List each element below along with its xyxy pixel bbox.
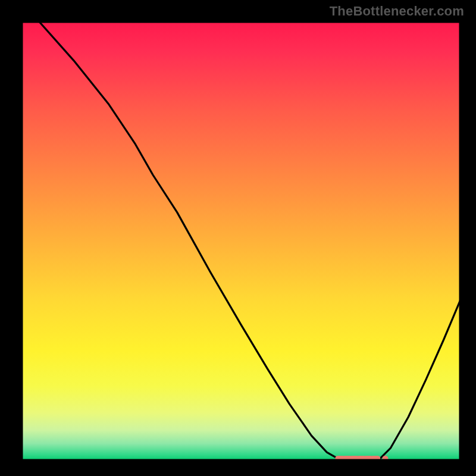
gradient-background [21, 21, 461, 461]
bottleneck-chart [0, 0, 476, 476]
chart-container: TheBottlenecker.com [0, 0, 476, 476]
watermark-text: TheBottlenecker.com [330, 4, 464, 19]
